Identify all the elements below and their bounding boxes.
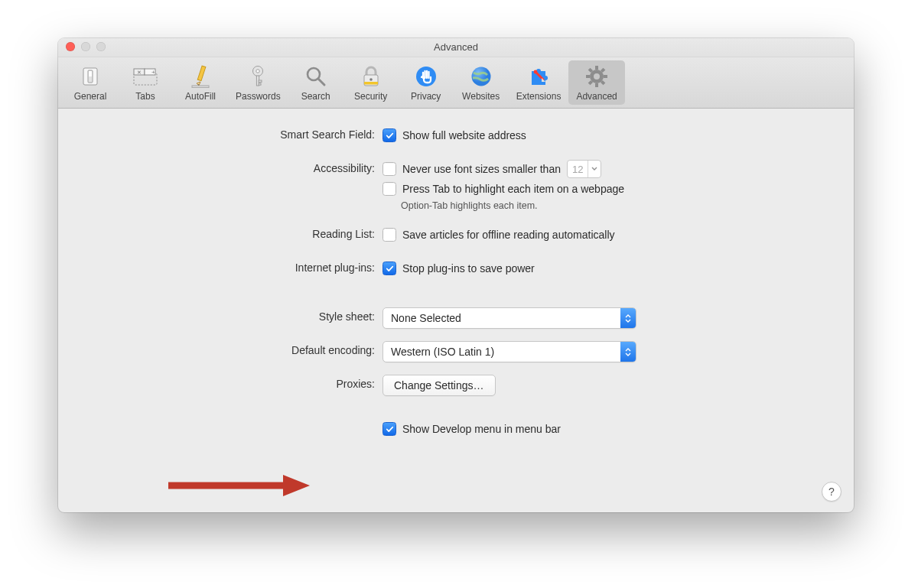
min-font-size-checkbox[interactable] [382, 162, 396, 176]
tab-security[interactable]: Security [343, 60, 399, 105]
minimize-window-button[interactable] [81, 42, 90, 51]
tab-label: Search [301, 91, 330, 102]
updown-caret-icon [620, 342, 636, 362]
switch-icon [80, 63, 101, 89]
min-font-size-value: 12 [568, 164, 588, 175]
preferences-toolbar: General ✕ + Tabs [58, 57, 854, 109]
lock-icon [361, 63, 381, 89]
change-settings-text: Change Settings… [394, 379, 484, 391]
stylesheet-popup[interactable]: None Selected [382, 307, 636, 329]
stylesheet-label: Style sheet: [81, 307, 382, 323]
window-controls [66, 42, 106, 51]
smart-search-label: Smart Search Field: [81, 125, 382, 141]
tab-label: Extensions [516, 91, 562, 102]
show-develop-menu-checkbox[interactable] [382, 422, 396, 436]
svg-text:+: + [151, 69, 155, 76]
show-full-address-text: Show full website address [402, 129, 526, 141]
svg-rect-30 [586, 75, 590, 78]
tab-tabs[interactable]: ✕ + Tabs [118, 60, 173, 105]
accessibility-hint: Option-Tab highlights each item. [401, 200, 831, 211]
encoding-label: Default encoding: [81, 341, 382, 356]
stop-plugins-checkbox[interactable] [382, 262, 396, 275]
tabs-icon: ✕ + [132, 63, 158, 89]
tab-label: Passwords [236, 91, 281, 102]
svg-rect-20 [364, 82, 378, 85]
globe-icon [470, 63, 493, 89]
svg-rect-8 [197, 66, 206, 81]
advanced-pane: Smart Search Field: Show full website ad… [58, 109, 854, 462]
accessibility-label: Accessibility: [81, 159, 382, 174]
min-font-size-field[interactable]: 12 [567, 160, 601, 178]
svg-line-18 [318, 79, 324, 85]
tab-privacy[interactable]: Privacy [399, 60, 454, 105]
window-title: Advanced [434, 41, 478, 53]
help-button[interactable]: ? [822, 482, 842, 502]
change-settings-button[interactable]: Change Settings… [382, 375, 496, 396]
show-develop-menu-text: Show Develop menu in menu bar [402, 423, 561, 435]
tab-highlight-checkbox[interactable] [382, 182, 396, 196]
encoding-popup[interactable]: Western (ISO Latin 1) [382, 341, 636, 362]
svg-rect-28 [595, 66, 598, 70]
tab-advanced[interactable]: Advanced [568, 60, 624, 105]
tab-websites[interactable]: Websites [454, 60, 509, 105]
tab-highlight-text: Press Tab to highlight each item on a we… [402, 183, 624, 195]
tab-passwords[interactable]: Passwords [228, 60, 288, 105]
svg-rect-16 [259, 83, 261, 85]
reading-list-label: Reading List: [81, 225, 382, 240]
zoom-window-button[interactable] [96, 42, 106, 51]
tab-search[interactable]: Search [288, 60, 343, 105]
svg-rect-2 [89, 71, 92, 76]
close-window-button[interactable] [66, 42, 75, 51]
stylesheet-value: None Selected [383, 312, 620, 324]
updown-caret-icon [620, 308, 636, 328]
tab-autofill[interactable]: AutoFill [173, 60, 228, 105]
tab-label: Tabs [135, 91, 155, 102]
svg-text:✕: ✕ [137, 70, 142, 75]
svg-rect-15 [259, 80, 262, 82]
titlebar: Advanced [58, 38, 854, 57]
preferences-window: Advanced General [58, 38, 854, 512]
tab-general[interactable]: General [63, 60, 118, 105]
hand-icon [415, 63, 438, 89]
tab-label: Privacy [411, 91, 441, 102]
offline-reading-checkbox[interactable] [382, 228, 396, 242]
encoding-value: Western (ISO Latin 1) [383, 346, 620, 358]
svg-point-24 [471, 67, 490, 86]
tab-label: General [74, 91, 107, 102]
svg-rect-31 [604, 75, 607, 78]
min-font-size-text: Never use font sizes smaller than [402, 163, 561, 175]
tab-label: Advanced [576, 91, 617, 102]
svg-point-22 [369, 78, 373, 81]
tab-extensions[interactable]: Extensions [509, 60, 569, 105]
tab-label: Websites [462, 91, 500, 102]
svg-point-13 [256, 70, 259, 73]
show-full-address-checkbox[interactable] [382, 128, 396, 142]
tab-label: Security [354, 91, 387, 102]
tab-label: AutoFill [185, 91, 216, 102]
gear-icon [585, 63, 608, 89]
svg-rect-11 [192, 86, 209, 88]
puzzle-icon [527, 63, 550, 89]
chevron-down-icon [588, 161, 601, 177]
stop-plugins-text: Stop plug-ins to save power [402, 262, 535, 275]
plugins-label: Internet plug-ins: [81, 258, 382, 274]
svg-point-25 [534, 70, 538, 74]
offline-reading-text: Save articles for offline reading automa… [402, 229, 615, 241]
search-icon [304, 63, 327, 89]
svg-point-36 [594, 73, 600, 80]
help-glyph: ? [828, 486, 835, 498]
proxies-label: Proxies: [81, 375, 382, 390]
svg-rect-29 [595, 83, 598, 87]
key-icon [248, 63, 268, 89]
pencil-icon [190, 63, 211, 89]
